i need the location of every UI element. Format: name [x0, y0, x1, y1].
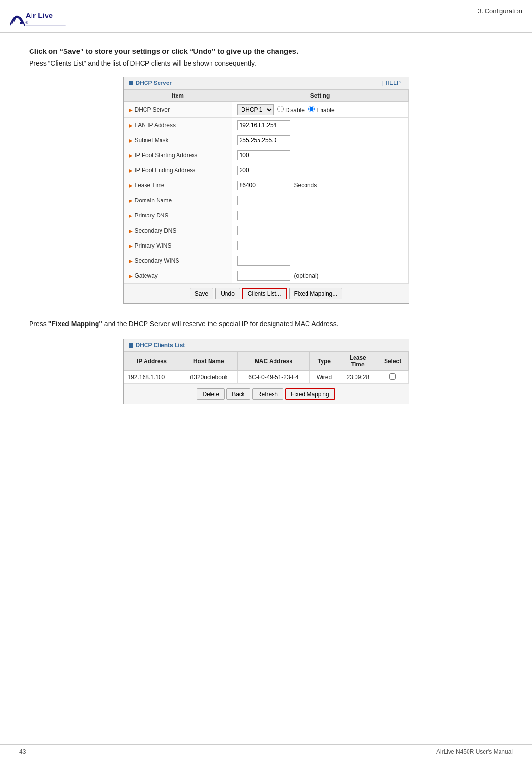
clients-title-bar: DHCP Clients List: [124, 339, 409, 351]
lan-ip-input[interactable]: [237, 120, 290, 130]
lease-time-input[interactable]: [237, 181, 290, 190]
dhcp-help-link[interactable]: [ HELP ]: [382, 80, 403, 86]
row-label-pdns: Primary DNS: [135, 212, 169, 219]
row-arrow: ▶: [129, 107, 133, 113]
secondary-wins-input[interactable]: [237, 256, 290, 266]
row-label-sdns: Secondary DNS: [135, 227, 177, 234]
table-row: ▶Primary DNS: [124, 208, 408, 223]
row-label-ipend: IP Pool Ending Address: [135, 167, 196, 174]
dhcp-title-left: DHCP Server: [129, 80, 172, 86]
table-row: ▶IP Pool Starting Address: [124, 148, 408, 163]
table-row: ▶Gateway (optional): [124, 268, 408, 283]
ip-pool-start-input[interactable]: [237, 150, 290, 160]
row-arrow: ▶: [129, 228, 133, 233]
row-arrow: ▶: [129, 273, 133, 279]
logo-area: Air Live ®: [10, 5, 68, 29]
dhcp-buttons-row: Save Undo Clients List... Fixed Mapping.…: [124, 283, 409, 303]
clients-fixed-mapping-button[interactable]: Fixed Mapping: [285, 388, 335, 400]
table-row: ▶IP Pool Ending Address: [124, 163, 408, 178]
table-row: ▶Primary WINS: [124, 238, 408, 253]
row-label-dhcpserver: DHCP Server: [135, 106, 170, 113]
clients-buttons-row: Delete Back Refresh Fixed Mapping: [124, 384, 409, 404]
primary-wins-input[interactable]: [237, 241, 290, 250]
table-row: 192.168.1.100 i1320notebook 6C-F0-49-51-…: [124, 371, 408, 384]
row-arrow: ▶: [129, 138, 133, 143]
row-label-lease: Lease Time: [135, 182, 165, 189]
row-arrow: ▶: [129, 183, 133, 188]
dhcp-title-bar: DHCP Server [ HELP ]: [124, 77, 409, 89]
fixed-mapping-button[interactable]: Fixed Mapping...: [289, 288, 343, 299]
lease-time-row: Seconds: [237, 181, 403, 190]
domain-name-input[interactable]: [237, 196, 290, 205]
table-row: ▶DHCP Server DHCP 1 Disable Enable: [124, 102, 408, 118]
chapter-title: 3. Configuration: [478, 5, 522, 15]
intro-line1: Click on “Save” to store your settings o…: [29, 47, 503, 55]
col-type: Type: [309, 352, 339, 371]
col-lease: LeaseTime: [339, 352, 377, 371]
radio-enable[interactable]: [308, 106, 315, 112]
clients-section-title: DHCP Clients List: [136, 342, 185, 349]
row-label-domain: Domain Name: [135, 197, 172, 204]
page-header: Air Live ® 3. Configuration: [0, 0, 532, 33]
svg-point-0: [20, 22, 22, 24]
dhcp-server-select[interactable]: DHCP 1: [237, 104, 274, 115]
table-row: ▶Secondary WINS: [124, 253, 408, 268]
table-row: ▶Domain Name: [124, 193, 408, 208]
svg-text:Air Live: Air Live: [26, 11, 53, 19]
table-row: ▶Subnet Mask: [124, 133, 408, 148]
client-mac: 6C-F0-49-51-23-F4: [238, 371, 310, 384]
client-type: Wired: [309, 371, 339, 384]
refresh-button[interactable]: Refresh: [252, 388, 283, 400]
row-label-lanip: LAN IP Address: [135, 122, 176, 129]
row-label-subnet: Subnet Mask: [135, 137, 169, 144]
row-label-swins: Secondary WINS: [135, 257, 179, 264]
table-row: ▶Secondary DNS: [124, 223, 408, 238]
table-row: ▶LAN IP Address: [124, 118, 408, 133]
fixed-mapping-bold: "Fixed Mapping": [48, 320, 102, 328]
radio-enable-label[interactable]: Enable: [308, 106, 335, 114]
row-arrow: ▶: [129, 123, 133, 128]
row-arrow: ▶: [129, 168, 133, 173]
subnet-mask-input[interactable]: [237, 135, 290, 145]
row-label-pwins: Primary WINS: [135, 242, 172, 249]
undo-button[interactable]: Undo: [215, 288, 240, 299]
gateway-input[interactable]: [237, 271, 290, 281]
page-footer: 43 AirLive N450R User's Manual: [0, 744, 532, 755]
primary-dns-input[interactable]: [237, 211, 290, 220]
row-arrow: ▶: [129, 153, 133, 158]
col-setting: Setting: [232, 90, 408, 102]
col-ip: IP Address: [124, 352, 180, 371]
gateway-optional: (optional): [294, 272, 319, 279]
clients-title-icon: [129, 343, 133, 348]
airlive-logo: Air Live ®: [10, 5, 68, 29]
radio-disable[interactable]: [277, 106, 284, 112]
col-mac: MAC Address: [238, 352, 310, 371]
row-arrow: ▶: [129, 198, 133, 203]
client-select[interactable]: [377, 371, 408, 384]
secondary-dns-input[interactable]: [237, 226, 290, 235]
intro-line2: Press “Clients List” and the list of DHC…: [29, 59, 503, 67]
row-arrow: ▶: [129, 243, 133, 249]
ip-pool-end-input[interactable]: [237, 166, 290, 175]
manual-title: AirLive N450R User's Manual: [436, 748, 513, 755]
press-fixed-mapping-text: Press "Fixed Mapping" and the DHCP Serve…: [29, 318, 503, 329]
client-lease: 23:09:28: [339, 371, 377, 384]
clients-list-button[interactable]: Clients List...: [242, 288, 287, 299]
row-arrow: ▶: [129, 213, 133, 218]
row-label-gateway: Gateway: [135, 272, 158, 279]
dhcp-clients-panel: DHCP Clients List IP Address Host Name M…: [123, 339, 409, 404]
dhcp-title-icon: [129, 81, 133, 85]
page-number: 43: [19, 748, 26, 755]
client-host: i1320notebook: [180, 371, 238, 384]
dhcp-server-setting: DHCP 1 Disable Enable: [237, 104, 403, 115]
client-checkbox[interactable]: [389, 373, 396, 380]
radio-disable-label[interactable]: Disable: [277, 106, 305, 114]
row-arrow: ▶: [129, 258, 133, 264]
col-host: Host Name: [180, 352, 238, 371]
back-button[interactable]: Back: [226, 388, 250, 400]
save-button[interactable]: Save: [190, 288, 213, 299]
dhcp-server-panel: DHCP Server [ HELP ] Item Setting ▶DHCP …: [123, 77, 409, 304]
delete-button[interactable]: Delete: [197, 388, 225, 400]
svg-text:®: ®: [26, 20, 29, 25]
col-select: Select: [377, 352, 408, 371]
